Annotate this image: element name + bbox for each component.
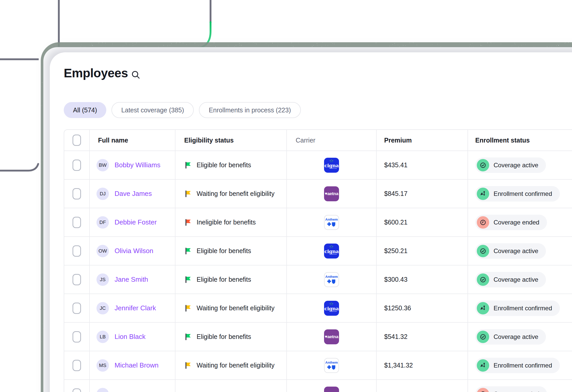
avatar (96, 388, 109, 392)
avatar: DJ (96, 188, 109, 200)
status-label: Coverage ended (494, 219, 539, 226)
flag-yellow-icon (184, 362, 192, 369)
signature-icon (480, 190, 486, 197)
status-badge: Enrollment confirmed (475, 301, 560, 316)
aetna-label: ♥aetna (325, 191, 339, 196)
anthem-cross-shield-icon (327, 279, 336, 284)
row-checkbox[interactable] (72, 217, 81, 228)
employee-name-link[interactable]: Lion Black (115, 333, 146, 341)
flag-red-icon (184, 219, 192, 226)
signature-icon (480, 305, 486, 312)
premium-value: $541.32 (377, 323, 468, 351)
premium-value: $300.43 (377, 265, 468, 294)
avatar: LB (96, 331, 109, 343)
cigna-spark-icon (329, 302, 334, 306)
premium-value: $435.41 (377, 151, 468, 180)
eligibility-label: Waiting for benefit eligibility (197, 362, 275, 369)
anthem-label: Anthem (325, 218, 338, 221)
clock-icon (480, 219, 486, 226)
premium-value: $250.21 (377, 237, 468, 265)
page-title: Employees (64, 66, 128, 80)
screen: Employees All (574) Latest coverage (385… (0, 0, 572, 392)
header-full-name: Full name (90, 130, 175, 151)
filter-all[interactable]: All (574) (64, 102, 106, 118)
carrier-logo-anthem: Anthem (324, 215, 339, 230)
row-checkbox[interactable] (72, 388, 81, 392)
row-checkbox[interactable] (72, 188, 81, 199)
employee-name-link[interactable]: Olivia Wilson (115, 247, 153, 255)
cigna-sub-label: healthcare (330, 253, 337, 255)
header-enrollment-status: Enrollment status (468, 130, 572, 151)
avatar: DF (96, 216, 109, 229)
status-label: Enrollment confirmed (494, 362, 552, 369)
employee-name-link[interactable]: Jennifer Clark (115, 304, 156, 312)
select-all-checkbox[interactable] (72, 135, 81, 146)
carrier-logo-aetna: ♥aetna (324, 186, 339, 201)
eligibility-label: Eligible for benefits (197, 247, 251, 255)
status-label: Coverage active (494, 247, 538, 255)
anthem-label: Anthem (325, 361, 338, 364)
aetna-label: ♥aetna (325, 334, 339, 339)
carrier-logo-cigna: cigna healthcare (324, 301, 339, 316)
cigna-label: cigna (324, 249, 339, 253)
header-eligibility-status: Eligibility status (175, 130, 287, 151)
status-badge: Coverage active (475, 272, 546, 287)
row-checkbox[interactable] (72, 160, 81, 171)
row-checkbox[interactable] (72, 331, 81, 343)
status-badge: Coverage active (475, 243, 546, 259)
premium-value: $600.21 (377, 208, 468, 237)
eligibility-label: Eligible for benefits (197, 333, 251, 340)
employee-name-link[interactable]: Bobby Williams (115, 161, 160, 169)
cigna-sub-label: healthcare (330, 311, 337, 312)
premium-value: $845.17 (377, 180, 468, 208)
flag-green-icon (184, 333, 192, 341)
row-checkbox[interactable] (72, 360, 81, 371)
anthem-label: Anthem (325, 275, 338, 278)
avatar: BW (96, 159, 109, 171)
signature-icon (480, 362, 486, 369)
filter-enrollments-label: Enrollments in process (223) (209, 106, 291, 114)
row-checkbox[interactable] (72, 274, 81, 285)
table-row: JC Jennifer Clark Waiting for benefit el… (64, 294, 572, 323)
employee-name-link[interactable]: Dave James (115, 190, 152, 198)
status-label: Coverage active (494, 333, 538, 340)
check-circle-icon (480, 162, 486, 169)
flag-green-icon (184, 247, 192, 255)
check-circle-icon (480, 333, 486, 340)
carrier-logo-anthem: Anthem (324, 358, 339, 373)
employee-name-link[interactable]: Debbie Foster (115, 218, 157, 226)
anthem-cross-shield-icon (327, 365, 336, 370)
row-checkbox[interactable] (72, 245, 81, 257)
table-row: OW Olivia Wilson Eligible for benefits c… (64, 237, 572, 265)
employee-name-link[interactable]: Jane Smith (115, 276, 148, 283)
status-badge: Coverage ended (475, 386, 547, 392)
filter-latest-coverage[interactable]: Latest coverage (385) (111, 102, 194, 118)
flag-yellow-icon (184, 190, 192, 198)
table-header-row: Full name Eligibility status Carrier Pre… (64, 130, 572, 151)
check-circle-icon (480, 276, 486, 283)
eligibility-label: Waiting for benefit eligibility (197, 304, 275, 312)
table-row: JS Jane Smith Eligible for benefits Anth… (64, 265, 572, 294)
table-row: LB Lion Black Eligible for benefits ♥aet… (64, 323, 572, 351)
row-checkbox[interactable] (72, 303, 81, 314)
employee-name-link[interactable]: Michael Brown (115, 361, 159, 369)
clock-icon (480, 391, 486, 392)
header-carrier: Carrier (287, 130, 377, 151)
avatar: JS (96, 273, 109, 286)
status-badge: Coverage active (475, 329, 546, 345)
status-label: Coverage ended (494, 390, 539, 392)
filter-all-label: All (574) (73, 106, 97, 114)
carrier-logo-aetna: ♥aetna (324, 329, 339, 344)
cigna-spark-icon (329, 245, 334, 248)
status-label: Enrollment confirmed (494, 190, 552, 197)
status-badge: Coverage active (475, 157, 546, 173)
filter-enrollments-in-process[interactable]: Enrollments in process (223) (199, 102, 301, 118)
search-button[interactable] (131, 70, 141, 81)
flag-green-icon (184, 276, 192, 283)
cigna-spark-icon (329, 159, 334, 163)
anthem-cross-shield-icon (327, 222, 336, 227)
cigna-label: cigna (324, 163, 339, 168)
avatar: JC (96, 302, 109, 314)
avatar: MS (96, 359, 109, 372)
carrier-logo-anthem: Anthem (324, 272, 339, 287)
